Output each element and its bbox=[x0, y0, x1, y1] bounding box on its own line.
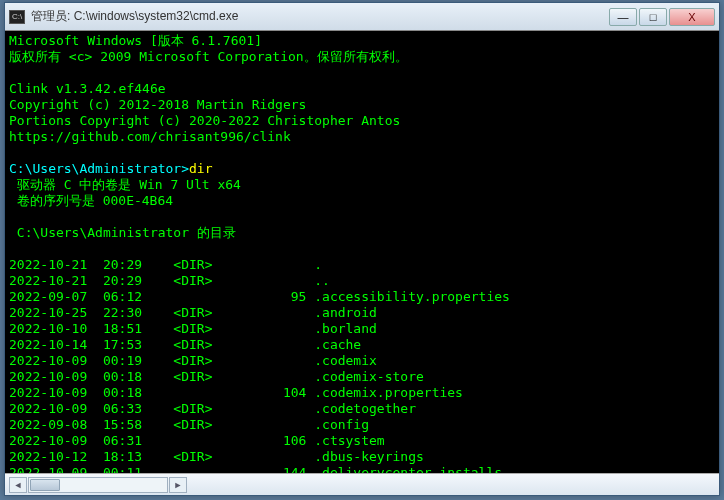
scroll-right-button[interactable]: ► bbox=[169, 477, 187, 493]
terminal-content[interactable]: Microsoft Windows [版本 6.1.7601]版权所有 <c> … bbox=[5, 31, 719, 473]
dir-row: 2022-10-14 17:53 <DIR> .cache bbox=[9, 337, 715, 353]
maximize-button[interactable]: □ bbox=[639, 8, 667, 26]
output-line bbox=[9, 209, 715, 225]
dir-row: 2022-10-21 20:29 <DIR> . bbox=[9, 257, 715, 273]
output-line: Microsoft Windows [版本 6.1.7601] bbox=[9, 33, 715, 49]
app-icon: C:\ bbox=[9, 10, 25, 24]
titlebar[interactable]: C:\ 管理员: C:\windows\system32\cmd.exe — □… bbox=[5, 3, 719, 31]
output-line: Copyright (c) 2012-2018 Martin Ridgers bbox=[9, 97, 715, 113]
dir-row: 2022-10-25 22:30 <DIR> .android bbox=[9, 305, 715, 321]
dir-row: 2022-10-10 18:51 <DIR> .borland bbox=[9, 321, 715, 337]
dir-row: 2022-09-07 06:12 95 .accessibility.prope… bbox=[9, 289, 715, 305]
scrollbar-horizontal[interactable] bbox=[28, 477, 168, 493]
minimize-button[interactable]: — bbox=[609, 8, 637, 26]
prompt-line: C:\Users\Administrator>dir bbox=[9, 161, 715, 177]
output-line: 版权所有 <c> 2009 Microsoft Corporation。保留所有… bbox=[9, 49, 715, 65]
close-button[interactable]: X bbox=[669, 8, 715, 26]
output-line: https://github.com/chrisant996/clink bbox=[9, 129, 715, 145]
dir-row: 2022-09-08 15:58 <DIR> .config bbox=[9, 417, 715, 433]
output-line: Portions Copyright (c) 2020-2022 Christo… bbox=[9, 113, 715, 129]
dir-row: 2022-10-09 06:31 106 .ctsystem bbox=[9, 433, 715, 449]
prompt-command: dir bbox=[189, 161, 212, 176]
output-line bbox=[9, 241, 715, 257]
window-buttons: — □ X bbox=[609, 8, 715, 26]
output-line bbox=[9, 145, 715, 161]
dir-row: 2022-10-12 18:13 <DIR> .dbus-keyrings bbox=[9, 449, 715, 465]
dir-row: 2022-10-09 00:18 <DIR> .codemix-store bbox=[9, 369, 715, 385]
scrollbar-thumb[interactable] bbox=[30, 479, 60, 491]
output-line: 卷的序列号是 000E-4B64 bbox=[9, 193, 715, 209]
output-line: C:\Users\Administrator 的目录 bbox=[9, 225, 715, 241]
output-line: 驱动器 C 中的卷是 Win 7 Ult x64 bbox=[9, 177, 715, 193]
window-title: 管理员: C:\windows\system32\cmd.exe bbox=[31, 8, 609, 25]
dir-row: 2022-10-21 20:29 <DIR> .. bbox=[9, 273, 715, 289]
dir-row: 2022-10-09 00:18 104 .codemix.properties bbox=[9, 385, 715, 401]
dir-row: 2022-10-09 00:19 <DIR> .codemix bbox=[9, 353, 715, 369]
output-line: Clink v1.3.42.ef446e bbox=[9, 81, 715, 97]
prompt-path: C:\Users\Administrator> bbox=[9, 161, 189, 176]
output-line bbox=[9, 65, 715, 81]
scroll-left-button[interactable]: ◄ bbox=[9, 477, 27, 493]
dir-row: 2022-10-09 06:33 <DIR> .codetogether bbox=[9, 401, 715, 417]
statusbar: ◄ ► bbox=[5, 473, 719, 495]
cmd-window: C:\ 管理员: C:\windows\system32\cmd.exe — □… bbox=[4, 2, 720, 496]
dir-row: 2022-10-09 00:11 144 .deliverycenter.ins… bbox=[9, 465, 715, 473]
